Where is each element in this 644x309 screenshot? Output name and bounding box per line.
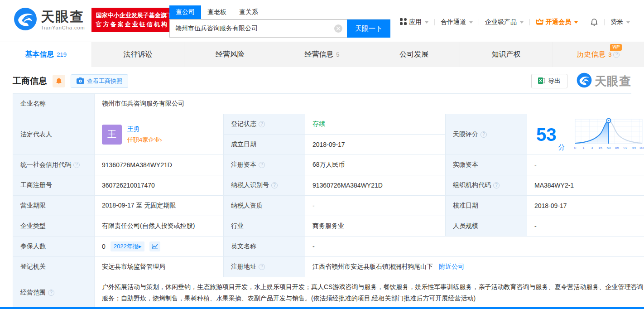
chevron-down-icon [520, 21, 524, 24]
legal-rep-name-link[interactable]: 王勇 [127, 125, 162, 133]
clear-search-icon[interactable] [334, 24, 342, 33]
search-input[interactable] [169, 19, 347, 38]
menu-enterprise-products[interactable]: 企业级产品 [479, 18, 529, 26]
avatar[interactable]: 王 [102, 125, 122, 145]
value-registered-address: 江西省赣州市安远县版石镇湘洲村狗尾山下 附近公司 [305, 257, 644, 277]
value-business-scope: 户外拓展活动与策划，休闲垂钓，生态旅游项目开发，水上娱乐项目开发；真人CS游戏咨… [95, 277, 644, 308]
svg-text:99: 99 [632, 146, 636, 150]
search-type-tabs: 查公司 查老板 查关系 [169, 5, 390, 19]
tab-legal-proceedings[interactable]: 法律诉讼 [92, 42, 184, 67]
crown-icon [536, 18, 543, 26]
search-tab-boss[interactable]: 查老板 [201, 5, 233, 19]
trend-chart-icon[interactable] [149, 241, 160, 251]
label-insured-count: 参保人数 [13, 237, 95, 257]
svg-text:3: 3 [591, 146, 593, 150]
label-business-scope: 经营范围 [13, 277, 95, 308]
nearby-companies-link[interactable]: 附近公司 [439, 263, 464, 271]
label-registration-authority: 登记机关 [13, 257, 95, 277]
brand-domain: TianYanCha.com [41, 25, 85, 30]
tab-history-info[interactable]: 历史信息3 VIP [553, 42, 644, 67]
label-industry: 行业 [224, 216, 305, 237]
help-icon[interactable] [259, 121, 265, 127]
search-tab-relation[interactable]: 查关系 [233, 5, 264, 19]
svg-text:0: 0 [574, 146, 576, 150]
value-establish-date: 2018-09-17 [305, 135, 446, 155]
search-area: 查公司 查老板 查关系 天眼一下 [169, 5, 390, 38]
value-insured-count: 0 2022年报▸ [95, 237, 224, 257]
help-icon[interactable] [73, 162, 80, 168]
label-registered-capital: 注册资本 [224, 155, 305, 175]
help-icon[interactable] [271, 182, 278, 188]
label-english-name: 英文名称 [224, 237, 305, 257]
view-snapshot-button[interactable]: 查看工商快照 [71, 74, 128, 88]
status-badge: 存续 [312, 120, 325, 128]
excel-icon [538, 77, 545, 86]
tab-intellectual-property[interactable]: 知识产权 [460, 42, 552, 67]
score-unit: 分 [558, 143, 565, 152]
value-registration-status: 存续 [305, 114, 446, 135]
label-registered-address: 注册地址 [224, 257, 305, 277]
label-credit-code: 统一社会信用代码 [13, 155, 95, 175]
help-icon[interactable] [613, 52, 620, 58]
search-button[interactable]: 天眼一下 [347, 19, 390, 38]
annual-report-tag[interactable]: 2022年报▸ [111, 241, 144, 251]
svg-text:50: 50 [606, 146, 610, 150]
help-icon[interactable] [259, 162, 265, 168]
label-company-name: 企业名称 [13, 94, 95, 114]
svg-text:85: 85 [615, 146, 619, 150]
company-section-tabs: 基本信息219 法律诉讼 经营风险 经营信息5 公司发展 知识产权 历史信息3 … [0, 42, 644, 67]
user-account-menu[interactable]: 费米 [605, 18, 636, 26]
tab-company-development[interactable]: 公司发展 [368, 42, 460, 67]
tab-basic-info[interactable]: 基本信息219 [0, 42, 92, 67]
score-distribution-chart: 0 1 3 15 50 85 97 99 100 [572, 116, 644, 152]
vip-badge: VIP [610, 44, 622, 51]
chevron-down-icon [574, 21, 578, 24]
label-taxpayer-id: 纳税人识别号 [224, 175, 305, 196]
value-organization-code: MA384WY2-1 [527, 175, 644, 196]
search-tab-company[interactable]: 查公司 [169, 5, 201, 19]
camera-icon [77, 77, 84, 85]
label-legal-representative: 法定代表人 [13, 114, 95, 155]
svg-text:97: 97 [623, 146, 627, 150]
menu-partner-channel[interactable]: 合作通道 [435, 18, 479, 26]
top-menu: 应用 合作通道 企业级产品 开通会员 费米 [394, 18, 636, 26]
tab-operating-risk[interactable]: 经营风险 [184, 42, 276, 67]
label-approval-date: 核准日期 [446, 196, 527, 216]
help-icon[interactable] [481, 131, 487, 138]
value-registered-capital: 68万人民币 [305, 155, 446, 175]
label-staff-size: 人员规模 [446, 216, 527, 237]
help-icon[interactable] [48, 290, 54, 296]
score-number: 53 [536, 126, 557, 144]
value-legal-representative: 王 王勇 任职4家企业› [95, 114, 224, 155]
certification-badge: 国家中小企业发展子基金旗下 官方备案企业征信机构 [91, 8, 177, 32]
value-taxpayer-id: 91360726MA384WY21D [305, 175, 446, 196]
legal-rep-positions-link[interactable]: 任职4家企业› [127, 136, 162, 144]
label-organization-code: 组织机构代码 [446, 175, 527, 196]
tab-business-info[interactable]: 经营信息5 [276, 42, 368, 67]
value-tianyan-score[interactable]: 53 分 [527, 114, 644, 155]
tianyancha-logo[interactable]: 天眼查 TianYanCha.com [14, 7, 85, 33]
watermark-logo: 天眼查 [577, 72, 631, 90]
section-title: 工商信息 [13, 75, 47, 87]
notifications-bell-icon[interactable] [584, 18, 604, 26]
label-tianyan-score: 天眼评分 [446, 114, 527, 155]
menu-apps[interactable]: 应用 [394, 18, 434, 26]
svg-text:15: 15 [598, 146, 602, 150]
help-icon[interactable] [493, 182, 500, 188]
label-taxpayer-quality: 纳税人资质 [224, 196, 305, 216]
menu-vip-upgrade[interactable]: 开通会员 [530, 18, 584, 26]
label-registration-status: 登记状态 [224, 114, 305, 135]
label-establish-date: 成立日期 [224, 135, 305, 155]
brand-name: 天眼查 [41, 10, 85, 24]
monitor-bell-icon[interactable] [53, 75, 65, 87]
label-paid-capital: 实缴资本 [446, 155, 527, 175]
tianyancha-swirl-icon [577, 72, 592, 90]
tianyancha-swirl-icon [14, 7, 37, 33]
value-business-term: 2018-09-17 至 无固定期限 [95, 196, 224, 216]
label-business-term: 营业期限 [13, 196, 95, 216]
value-english-name: - [305, 237, 644, 257]
export-button[interactable]: 导出 [531, 74, 567, 88]
value-staff-size: - [527, 216, 644, 237]
label-company-type: 企业类型 [13, 216, 95, 237]
help-icon[interactable] [259, 264, 265, 270]
